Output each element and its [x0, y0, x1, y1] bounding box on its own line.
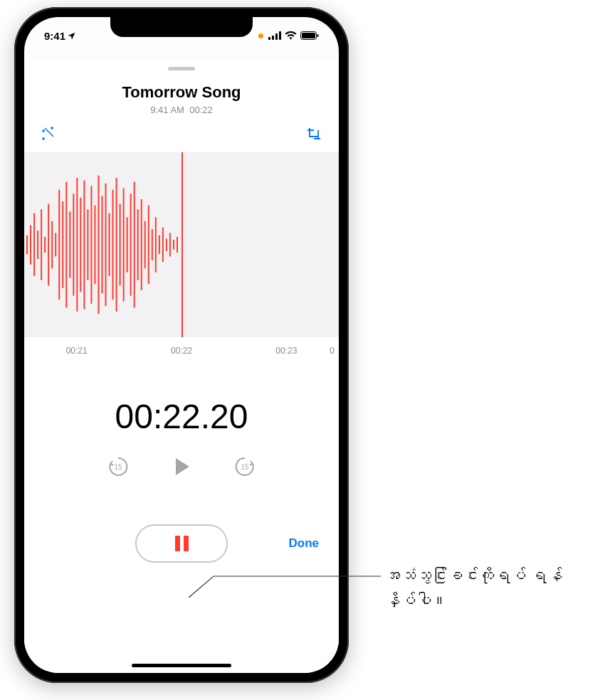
- battery-icon: [300, 31, 319, 40]
- svg-text:15: 15: [241, 463, 249, 471]
- svg-rect-2: [275, 33, 278, 40]
- recording-duration: 00:22: [189, 105, 213, 115]
- location-arrow-icon: [67, 31, 76, 41]
- waveform-graphic: [24, 166, 181, 324]
- status-time: 9:41: [44, 30, 65, 42]
- svg-text:15: 15: [114, 463, 122, 471]
- recording-title[interactable]: Tomorrow Song: [24, 83, 339, 102]
- trim-recording-button[interactable]: [305, 125, 323, 144]
- enhance-recording-button[interactable]: [40, 125, 58, 144]
- recording-meta: 9:41 AM 00:22: [24, 105, 339, 115]
- recording-sheet: Tomorrow Song 9:41 AM 00:22: [24, 60, 339, 673]
- wifi-icon: [285, 31, 297, 40]
- skip-forward-15-button[interactable]: 15: [233, 455, 256, 478]
- pause-recording-button[interactable]: [135, 524, 228, 563]
- svg-rect-5: [302, 33, 315, 38]
- svg-rect-3: [279, 31, 281, 40]
- ruler-tick: 00:21: [66, 346, 88, 356]
- playhead-line: [181, 152, 183, 337]
- recording-timestamp: 9:41 AM: [150, 105, 184, 115]
- svg-rect-6: [317, 34, 319, 37]
- ruler-tick: 00:23: [275, 346, 297, 356]
- callout-label: အသံသွင်းခြင်းကိုရပ် ရန်နှိပ်ပါ။: [384, 563, 591, 613]
- recording-indicator-dot: [258, 33, 263, 38]
- svg-rect-1: [272, 36, 274, 40]
- ruler-tick: 0: [330, 346, 335, 356]
- waveform-display[interactable]: [24, 152, 339, 337]
- ruler-tick: 00:22: [171, 346, 192, 356]
- skip-back-15-button[interactable]: 15: [107, 455, 130, 478]
- done-button[interactable]: Done: [289, 536, 320, 551]
- pause-icon: [175, 536, 189, 551]
- playback-controls: 15 15: [24, 455, 339, 479]
- sheet-grabber[interactable]: [168, 67, 195, 70]
- play-button[interactable]: [169, 455, 194, 479]
- phone-screen: 9:41: [24, 17, 339, 673]
- elapsed-time-display: 00:22.20: [24, 397, 339, 436]
- home-indicator[interactable]: [132, 664, 231, 667]
- time-ruler: 00:21 00:22 00:23 0: [24, 337, 339, 361]
- phone-device-frame: 9:41: [14, 7, 349, 683]
- svg-rect-0: [268, 37, 270, 40]
- notch: [110, 17, 253, 37]
- cellular-signal-icon: [268, 31, 281, 40]
